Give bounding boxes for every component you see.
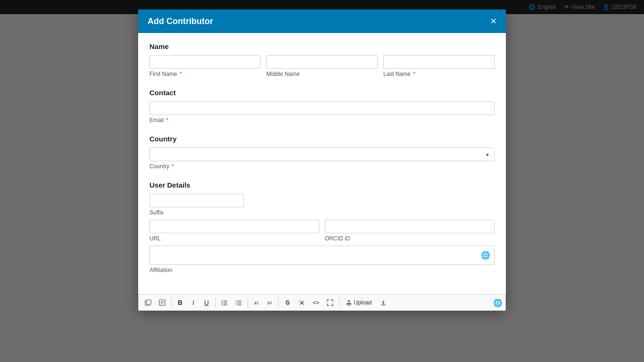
modal-close-button[interactable]: × <box>490 16 496 26</box>
orcid-group: ORCID iD <box>325 220 495 242</box>
name-section-title: Name <box>149 42 495 50</box>
modal-backdrop: Add Contributor × Name First Name * <box>0 0 644 362</box>
unlink-btn[interactable] <box>295 296 308 309</box>
svg-rect-11 <box>223 304 227 305</box>
toolbar-right: 🌐 <box>493 298 503 307</box>
suffix-group: Suffix <box>149 194 244 216</box>
email-input[interactable] <box>149 101 495 115</box>
toolbar-sep-4 <box>278 298 279 307</box>
editor-toolbar: B I U 1.2.3. x2 x2 <> <box>138 294 506 311</box>
contact-section: Contact Email * <box>149 89 495 123</box>
user-details-title: User Details <box>149 181 495 189</box>
numbered-list-btn[interactable]: 1.2.3. <box>232 296 245 309</box>
country-row: Country * <box>149 148 495 170</box>
user-details-section: User Details Suffix URL <box>149 181 495 273</box>
svg-rect-1 <box>147 300 151 304</box>
url-input[interactable] <box>149 220 319 233</box>
superscript-btn[interactable]: x2 <box>250 296 263 309</box>
svg-rect-13 <box>238 301 241 302</box>
email-row: Email * <box>149 101 495 123</box>
upload-label: Upload <box>354 299 372 306</box>
affiliation-label: Affiliation <box>149 267 495 273</box>
modal-title: Add Contributor <box>148 16 213 26</box>
underline-btn[interactable]: U <box>200 296 213 309</box>
paste-format-btn[interactable] <box>156 296 169 309</box>
last-name-input[interactable] <box>383 55 495 69</box>
modal-header: Add Contributor × <box>138 9 506 33</box>
first-name-required: * <box>180 71 182 77</box>
svg-rect-20 <box>347 304 351 305</box>
affiliation-globe-icon: 🌐 <box>481 251 490 260</box>
name-row: First Name * Middle Name Last Name * <box>149 55 495 77</box>
email-group: Email * <box>149 101 495 123</box>
first-name-input[interactable] <box>149 55 261 69</box>
country-required: * <box>172 163 174 170</box>
suffix-input[interactable] <box>149 194 244 207</box>
toolbar-sep-1 <box>171 298 172 307</box>
affiliation-row: 🌐 Affiliation <box>149 246 495 273</box>
country-section-title: Country <box>149 135 495 143</box>
first-name-label: First Name * <box>149 71 261 77</box>
toolbar-sep-2 <box>215 298 215 307</box>
toolbar-sep-5 <box>339 298 339 307</box>
country-select[interactable] <box>149 148 495 161</box>
upload-btn[interactable]: Upload <box>342 296 376 309</box>
last-name-label: Last Name * <box>383 71 495 77</box>
orcid-label: ORCID iD <box>325 235 495 242</box>
affiliation-input[interactable] <box>154 249 478 262</box>
bullet-list-btn[interactable] <box>218 296 231 309</box>
country-select-wrapper <box>149 148 495 161</box>
country-section: Country Country * <box>149 135 495 170</box>
svg-rect-9 <box>223 303 227 304</box>
add-contributor-modal: Add Contributor × Name First Name * <box>138 9 506 311</box>
suffix-label: Suffix <box>149 209 244 216</box>
fullscreen-btn[interactable] <box>323 296 337 309</box>
suffix-row: Suffix <box>149 194 495 216</box>
url-label: URL <box>149 235 319 242</box>
email-required: * <box>166 117 168 123</box>
affiliation-group: 🌐 Affiliation <box>149 246 495 273</box>
svg-rect-19 <box>347 303 351 304</box>
modal-body: Name First Name * Middle Name <box>138 33 506 294</box>
url-group: URL <box>149 220 319 242</box>
toolbar-globe-icon: 🌐 <box>493 299 503 307</box>
middle-name-input[interactable] <box>266 55 378 69</box>
svg-point-8 <box>222 303 223 304</box>
country-label: Country * <box>149 163 495 170</box>
country-group: Country * <box>149 148 495 170</box>
last-name-required: * <box>413 71 415 77</box>
subscript-btn[interactable]: x2 <box>264 296 276 309</box>
svg-rect-21 <box>381 304 386 305</box>
copy-format-btn[interactable] <box>141 296 155 309</box>
link-btn[interactable] <box>281 296 294 309</box>
italic-btn[interactable]: I <box>187 296 199 309</box>
svg-rect-17 <box>238 304 241 305</box>
contact-section-title: Contact <box>149 89 495 97</box>
middle-name-label: Middle Name <box>266 71 378 77</box>
url-orcid-row: URL ORCID iD <box>149 220 495 242</box>
middle-name-group: Middle Name <box>266 55 378 77</box>
bold-btn[interactable]: B <box>174 296 186 309</box>
name-section: Name First Name * Middle Name <box>149 42 495 77</box>
svg-rect-15 <box>238 303 241 304</box>
affiliation-input-wrapper: 🌐 <box>149 246 495 265</box>
svg-point-10 <box>222 304 223 305</box>
download-btn[interactable] <box>377 296 390 309</box>
email-label: Email * <box>149 117 495 123</box>
toolbar-sep-3 <box>248 298 248 307</box>
svg-text:3.: 3. <box>236 303 238 306</box>
last-name-group: Last Name * <box>383 55 495 77</box>
code-btn[interactable]: <> <box>309 296 322 309</box>
svg-rect-7 <box>223 301 227 302</box>
first-name-group: First Name * <box>149 55 261 77</box>
orcid-input[interactable] <box>325 220 495 233</box>
svg-point-6 <box>222 301 223 302</box>
